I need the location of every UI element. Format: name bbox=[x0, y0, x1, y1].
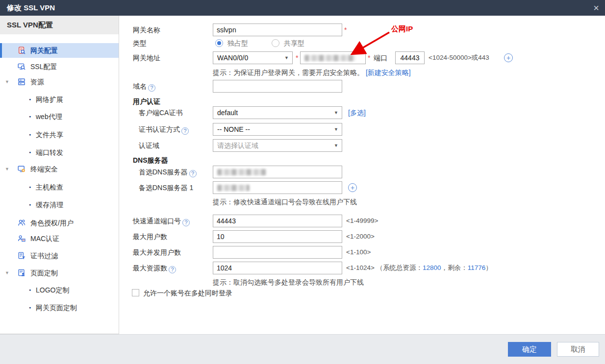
cert-auth-mode-label-row: 证书认证方式? bbox=[139, 123, 189, 136]
sidebar-item-label: 端口转发 bbox=[36, 145, 63, 160]
bullet-icon: ● bbox=[29, 180, 31, 194]
max-concurrent-input[interactable] bbox=[213, 246, 342, 259]
close-icon[interactable]: × bbox=[593, 0, 599, 16]
public-ip-annotation: 公网IP bbox=[391, 24, 413, 34]
sidebar-item-page-custom[interactable]: ▼ 页面定制 bbox=[0, 266, 119, 280]
sidebar-item-ssl-config[interactable]: SSL配置 bbox=[0, 59, 119, 74]
auth-domain-placeholder: 请选择认证域 bbox=[217, 140, 258, 151]
ca-cert-select[interactable]: default ▼ bbox=[213, 106, 342, 119]
ca-cert-label: 客户端CA证书 bbox=[139, 106, 182, 119]
add-gateway-address-icon[interactable]: + bbox=[504, 53, 513, 62]
sidebar-item-label: 页面定制 bbox=[30, 266, 58, 280]
expander-icon[interactable]: ▼ bbox=[5, 74, 9, 89]
multi-select-link[interactable]: [多选] bbox=[348, 109, 366, 117]
policy-tip: 提示：为保证用户登录网关，需要开启安全策略。 bbox=[213, 69, 364, 76]
sys-resource-suffix: ） bbox=[485, 264, 492, 271]
sidebar-item-label: 角色授权/用户 bbox=[30, 216, 74, 230]
domain-label: 域名 bbox=[133, 82, 147, 90]
ca-cert-select-value: default bbox=[217, 107, 238, 119]
sidebar-item-host-check[interactable]: ● 主机检查 bbox=[0, 180, 119, 194]
auth-domain-select[interactable]: 请选择认证域 ▼ bbox=[213, 139, 342, 152]
max-resources-range-hint: <1-1024> （系统总资源：12800，剩余：11776） bbox=[346, 262, 492, 274]
cert-auth-mode-select[interactable]: -- NONE -- ▼ bbox=[213, 123, 342, 136]
dns-primary-input[interactable] bbox=[213, 166, 342, 178]
bullet-icon: ● bbox=[29, 197, 31, 212]
cert-auth-mode-value: -- NONE -- bbox=[217, 123, 250, 135]
port-input[interactable] bbox=[395, 51, 425, 64]
radio-exclusive-label: 独占型 bbox=[227, 37, 248, 49]
tunnel-port-input[interactable] bbox=[213, 215, 342, 227]
dialog-footer: 确定 取消 bbox=[0, 334, 605, 364]
help-icon[interactable]: ? bbox=[148, 84, 155, 92]
page-custom-icon bbox=[18, 269, 25, 277]
help-icon[interactable]: ? bbox=[182, 219, 190, 226]
sidebar-header: SSL VPN配置 bbox=[0, 16, 119, 34]
max-users-input[interactable] bbox=[213, 230, 342, 243]
gateway-config-icon bbox=[18, 47, 25, 54]
max-users-label: 最大用户数 bbox=[133, 230, 167, 243]
port-range-hint: <1024-50000>或443 bbox=[429, 51, 489, 64]
sidebar-item-label: 文件共享 bbox=[36, 127, 63, 142]
bullet-icon: ● bbox=[29, 109, 31, 124]
dns-primary-label-row: 首选DNS服务器? bbox=[139, 166, 197, 178]
radio-shared[interactable] bbox=[272, 39, 279, 47]
new-policy-link[interactable]: [新建安全策略] bbox=[366, 69, 411, 76]
sidebar-item-gateway-config[interactable]: 网关配置 bbox=[0, 43, 119, 58]
domain-input[interactable] bbox=[213, 80, 342, 93]
multi-login-checkbox[interactable] bbox=[132, 289, 139, 296]
bullet-icon: ● bbox=[29, 145, 31, 160]
gateway-name-input[interactable] bbox=[213, 24, 342, 36]
help-icon[interactable]: ? bbox=[189, 170, 197, 177]
tunnel-port-label-row: 快速通道端口号? bbox=[133, 215, 190, 227]
sidebar-item-label: 网关页面定制 bbox=[36, 300, 77, 315]
sidebar-item-logo-custom[interactable]: ● LOGO定制 bbox=[0, 283, 119, 297]
bullet-icon: ● bbox=[29, 283, 31, 297]
sidebar-item-resources[interactable]: ▼ 资源 bbox=[0, 74, 119, 89]
sidebar-item-gateway-page-custom[interactable]: ● 网关页面定制 bbox=[0, 300, 119, 315]
sidebar-item-role-auth-user[interactable]: 角色授权/用户 bbox=[0, 216, 119, 230]
expander-icon[interactable]: ▼ bbox=[5, 266, 9, 280]
max-concurrent-range-hint: <1-100> bbox=[346, 246, 371, 259]
policy-tip-row: 提示：为保证用户登录网关，需要开启安全策略。 [新建安全策略] bbox=[213, 68, 411, 77]
help-icon[interactable]: ? bbox=[181, 127, 189, 135]
terminal-security-icon bbox=[18, 165, 25, 173]
max-resources-input[interactable] bbox=[213, 262, 342, 274]
cert-filter-icon bbox=[18, 252, 25, 260]
sidebar-item-file-share[interactable]: ● 文件共享 bbox=[0, 127, 119, 142]
sidebar-item-web-proxy[interactable]: ● web代理 bbox=[0, 109, 119, 124]
sidebar-item-label: 网络扩展 bbox=[36, 92, 63, 107]
sidebar-item-network-extension[interactable]: ● 网络扩展 bbox=[0, 92, 119, 107]
tunnel-port-range-hint: <1-49999> bbox=[346, 215, 378, 227]
tunnel-tip: 提示：修改快速通道端口号会导致在线用户下线 bbox=[213, 197, 357, 207]
interface-select-value: WAN0/0/0 bbox=[217, 52, 248, 64]
add-dns-icon[interactable]: + bbox=[348, 183, 357, 192]
ok-button[interactable]: 确定 bbox=[508, 342, 551, 357]
sidebar-item-label: 网关配置 bbox=[30, 43, 58, 58]
interface-select[interactable]: WAN0/0/0 ▼ bbox=[213, 51, 293, 64]
sidebar-item-mac-auth[interactable]: MAC认证 bbox=[0, 231, 119, 246]
domain-label-row: 域名? bbox=[133, 80, 155, 93]
help-icon[interactable]: ? bbox=[169, 266, 176, 273]
radio-exclusive[interactable] bbox=[215, 39, 223, 47]
cancel-button[interactable]: 取消 bbox=[557, 342, 599, 357]
resources-icon bbox=[18, 78, 25, 86]
max-resources-label-row: 最大资源数? bbox=[133, 262, 176, 274]
ssl-config-icon bbox=[18, 63, 25, 71]
dns-secondary-input[interactable] bbox=[213, 181, 342, 194]
sidebar-item-label: 证书过滤 bbox=[30, 248, 58, 263]
sys-resource-total: 12800 bbox=[423, 264, 441, 271]
dns-section-header: DNS服务器 bbox=[133, 155, 168, 166]
dns-secondary-label: 备选DNS服务器 1 bbox=[139, 181, 193, 194]
bullet-icon: ● bbox=[29, 127, 31, 142]
sidebar-item-cache-clean[interactable]: ● 缓存清理 bbox=[0, 197, 119, 212]
cert-auth-mode-label: 证书认证方式 bbox=[139, 125, 180, 133]
expander-icon[interactable]: ▼ bbox=[5, 162, 9, 176]
chevron-down-icon: ▼ bbox=[334, 140, 338, 151]
dialog-titlebar: 修改 SSL VPN × bbox=[0, 0, 605, 16]
sidebar-item-label: MAC认证 bbox=[30, 231, 59, 246]
max-resources-label: 最大资源数 bbox=[133, 264, 167, 272]
sidebar-item-terminal-security[interactable]: ▼ 终端安全 bbox=[0, 162, 119, 176]
sidebar-item-cert-filter[interactable]: 证书过滤 bbox=[0, 248, 119, 263]
radio-shared-label: 共享型 bbox=[284, 37, 304, 49]
sidebar-item-port-forward[interactable]: ● 端口转发 bbox=[0, 145, 119, 160]
